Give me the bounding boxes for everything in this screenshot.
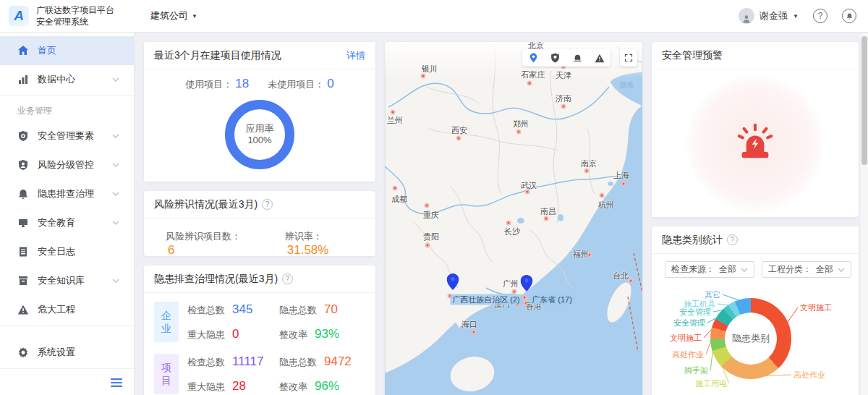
donut-slice-label: 安全管理 <box>673 318 705 328</box>
app-title-line1: 广联达数字项目平台 <box>36 4 114 16</box>
hazard-category-donut: 隐患类别 文明施工高处作业施工用电脚手架高处作业文明施工安全管理安全管理施工机具… <box>652 286 859 395</box>
city-dot <box>522 295 527 300</box>
sidebar-item-label: 安全日志 <box>38 245 75 258</box>
check-source-select[interactable]: 检查来源：全部 <box>665 261 754 278</box>
map-toolbar <box>522 49 610 67</box>
map-filter-danger-icon[interactable] <box>592 50 608 66</box>
risk-count-value: 6 <box>168 243 174 256</box>
alarm-search-icon <box>17 188 29 200</box>
city-label: 南昌 <box>540 206 556 217</box>
help-icon[interactable]: ? <box>813 9 827 23</box>
knowledge-book-icon <box>17 275 29 286</box>
sidebar-item-label: 首页 <box>38 44 56 57</box>
sea-label: 渤海 <box>619 80 634 90</box>
city-dot <box>421 74 426 79</box>
used-projects-value: 18 <box>235 77 249 90</box>
sidebar-item-hazard-treatment[interactable]: 隐患排查治理 <box>0 179 134 208</box>
document-icon <box>17 246 29 258</box>
sidebar-divider <box>0 95 134 96</box>
city-dot <box>516 129 522 135</box>
city-dot <box>621 182 626 187</box>
map-filter-alarm-icon[interactable] <box>569 50 585 66</box>
scrollbar-thumb[interactable] <box>861 36 867 165</box>
map-markers-layer: 北京银川石家庄天津济南兰州西安郑州南京上海武汉成都重庆贵阳长沙南昌杭州福州台北广… <box>385 42 642 395</box>
sidebar-item-home[interactable]: 首页 <box>0 36 134 65</box>
company-selector[interactable]: 建筑公司 ▼ <box>150 9 197 22</box>
help-icon[interactable]: ? <box>282 273 293 284</box>
donut-center-value: 100% <box>247 135 271 146</box>
map-pin-icon[interactable] <box>521 275 533 294</box>
top-header: A 广联达数字项目平台 安全管理系统 建筑公司 ▼ 谢金强 ▼ ? <box>0 0 868 33</box>
donut-slice-label: 脚手架 <box>684 365 708 376</box>
sidebar-item-label: 安全知识库 <box>38 274 85 287</box>
project-usage-card: 最近3个月在建项目使用情况 详情 使用项目：18 未使用项目：0 应用率 100… <box>144 42 375 182</box>
notification-bell-icon[interactable] <box>842 9 856 23</box>
city-dot <box>600 193 605 198</box>
city-label: 成都 <box>391 194 407 205</box>
usage-rate-donut: 应用率 100% <box>225 100 294 169</box>
sidebar-item-settings[interactable]: 系统设置 <box>0 338 134 367</box>
stat-value: 0 <box>232 327 239 341</box>
sidebar-item-safety-education[interactable]: 安全教育 <box>0 208 134 237</box>
stat-value: 11117 <box>232 354 264 369</box>
sidebar-item-risk-control[interactable]: 风险分级管控 <box>0 150 134 179</box>
city-label: 海口 <box>461 319 477 330</box>
sidebar-item-label: 安全教育 <box>38 216 75 229</box>
map-pin-icon[interactable] <box>447 273 459 293</box>
chevron-down-icon: ▼ <box>192 13 197 20</box>
sidebar-item-label: 隐患排查治理 <box>38 187 94 200</box>
stat-value: 70 <box>324 302 338 317</box>
education-icon <box>17 217 29 229</box>
sidebar-item-danger-projects[interactable]: 危大工程 <box>0 295 134 324</box>
city-dot <box>512 289 517 294</box>
sidebar: 首页 数据中心 业务管理 安全管理要素 风险分级管控 隐患排查治理 安全教育 <box>0 33 135 395</box>
chevron-down-icon <box>112 221 119 225</box>
company-name: 建筑公司 <box>150 9 188 22</box>
sidebar-item-safety-log[interactable]: 安全日志 <box>0 237 134 266</box>
map-filter-location-icon[interactable] <box>525 50 541 66</box>
donut-slice-label: 其它 <box>705 289 720 300</box>
china-map[interactable]: 北京银川石家庄天津济南兰州西安郑州南京上海武汉成都重庆贵阳长沙南昌杭州福州台北广… <box>385 42 642 395</box>
donut-slice-label: 文明施工 <box>670 333 702 344</box>
detail-link[interactable]: 详情 <box>346 49 365 62</box>
donut-center-label: 应用率 <box>246 123 274 135</box>
sidebar-item-label: 危大工程 <box>38 303 75 316</box>
hazard-treatment-card: 隐患排查治理情况(最近3月) ? 企业 检查总数345 隐患总数70 重大隐患0… <box>144 266 375 395</box>
project-type-select[interactable]: 工程分类：全部 <box>762 261 851 278</box>
donut-slice-label: 施工用电 <box>695 378 727 389</box>
enterprise-tag: 企业 <box>154 302 179 342</box>
page-scrollbar <box>861 33 868 395</box>
alert-glow <box>686 75 824 212</box>
city-dot <box>456 136 461 141</box>
risk-rate: 辨识率：31.58% <box>285 230 361 256</box>
chevron-down-icon <box>112 163 119 167</box>
used-projects: 使用项目：18 <box>185 77 249 91</box>
map-filter-shield-icon[interactable] <box>548 50 563 66</box>
chevron-down-icon <box>112 134 119 138</box>
help-icon[interactable]: ? <box>262 199 273 210</box>
city-dot <box>472 330 477 335</box>
sidebar-item-data-center[interactable]: 数据中心 <box>0 65 134 94</box>
sidebar-item-safety-elements[interactable]: 安全管理要素 <box>0 122 134 150</box>
city-dot <box>629 279 634 284</box>
collapse-menu-icon[interactable] <box>111 378 122 387</box>
donut-slice-label: 文明施工 <box>800 302 832 313</box>
user-menu[interactable]: 谢金强 ▼ <box>739 8 799 24</box>
unused-projects: 未使用项目：0 <box>268 77 333 91</box>
safety-alert-card: 安全管理预警 <box>652 42 859 217</box>
help-icon[interactable]: ? <box>727 234 738 245</box>
city-label: 石家庄 <box>522 69 545 80</box>
sidebar-item-knowledge-base[interactable]: 安全知识库 <box>0 266 134 295</box>
map-fullscreen-icon[interactable] <box>620 49 637 67</box>
card-title: 隐患类别统计 <box>662 234 723 247</box>
city-dot <box>425 203 430 208</box>
sidebar-item-label: 安全管理要素 <box>38 129 94 143</box>
risk-count: 风险辨识项目数：6 <box>166 230 244 256</box>
sidebar-section-label: 业务管理 <box>0 98 134 122</box>
logo-letter: A <box>14 8 24 24</box>
card-title: 隐患排查治理情况(最近3月) <box>154 273 278 286</box>
map-pin-label[interactable]: 广西壮族自治区 (2) <box>450 294 522 305</box>
siren-alarm-icon <box>734 122 776 164</box>
map-pin-label[interactable]: 广东省 (17) <box>529 294 574 305</box>
home-icon <box>17 45 29 56</box>
